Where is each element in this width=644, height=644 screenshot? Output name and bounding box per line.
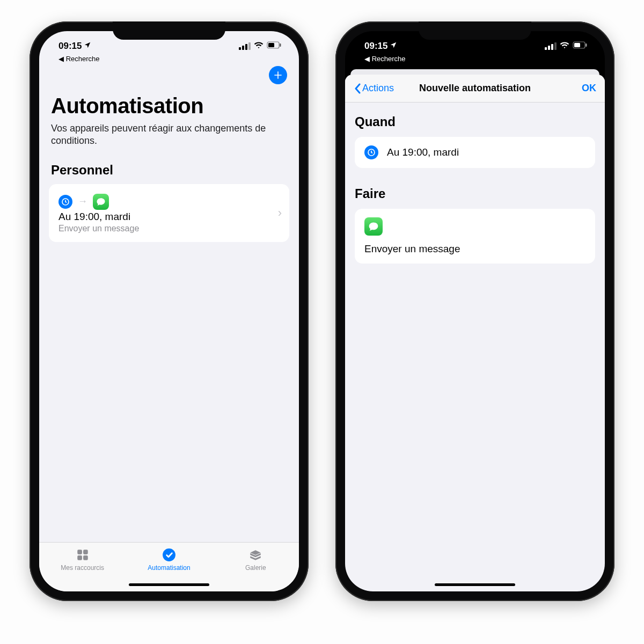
svg-point-8 [163,548,175,561]
phone-left: 09:15 ◀ Recherche A [30,21,309,601]
automation-item-title: Au 19:00, mardi [58,211,280,223]
back-label: Actions [362,83,394,94]
battery-icon [267,41,282,52]
modal-sheet: Actions Nouvelle automatisation OK Quand… [345,75,605,591]
section-header-personal: Personnel [39,148,299,184]
screen-right: 09:15 ◀ Recherche Ac [345,31,605,591]
tab-label: Automatisation [148,564,190,572]
svg-rect-7 [83,555,88,560]
do-text: Envoyer un message [364,243,460,255]
location-icon [84,41,91,52]
svg-rect-5 [83,550,88,554]
done-button[interactable]: OK [582,83,596,94]
chevron-right-icon: › [278,206,282,220]
automation-circle-icon [161,548,177,562]
page-subtitle: Vos appareils peuvent réagir aux changem… [39,122,299,148]
automation-item-subtitle: Envoyer un message [58,224,280,233]
svg-rect-1 [268,43,274,47]
location-icon [390,41,397,52]
home-indicator[interactable] [435,583,515,586]
wifi-icon [254,41,264,52]
automation-item[interactable]: → Au 19:00, mardi Envoyer un message › [49,184,289,242]
svg-rect-2 [280,43,281,47]
screen-left: 09:15 ◀ Recherche A [39,31,299,591]
tab-label: Galerie [245,564,266,572]
page-title: Automatisation [39,84,299,122]
back-button[interactable]: Actions [354,83,394,94]
add-automation-button[interactable] [269,66,287,84]
clock-icon [58,195,72,209]
gallery-icon [247,548,264,562]
when-text: Au 19:00, mardi [387,147,459,158]
phone-right: 09:15 ◀ Recherche Ac [335,21,614,601]
back-to-app[interactable]: ◀ Recherche [39,55,299,63]
grid-icon [75,548,91,562]
messages-icon [364,217,383,236]
notch [419,21,531,40]
tab-gallery[interactable]: Galerie [229,548,282,572]
svg-rect-10 [574,43,580,47]
status-time: 09:15 [364,41,387,52]
card-stack-behind [350,69,599,75]
nav-bar: Actions Nouvelle automatisation OK [345,75,605,103]
clock-icon [364,145,378,159]
home-indicator[interactable] [129,583,209,586]
signal-icon [545,42,557,50]
svg-rect-6 [77,555,82,560]
svg-rect-11 [586,43,587,47]
do-card[interactable]: Envoyer un message [355,209,595,264]
nav-title: Nouvelle automatisation [419,83,531,94]
tab-shortcuts[interactable]: Mes raccourcis [56,548,109,572]
back-to-app[interactable]: ◀ Recherche [345,55,605,63]
notch [113,21,225,40]
battery-icon [573,41,588,52]
svg-rect-4 [77,550,82,554]
when-card[interactable]: Au 19:00, mardi [355,137,595,168]
messages-icon [93,194,109,210]
tab-automation[interactable]: Automatisation [142,548,196,572]
signal-icon [239,42,251,50]
section-header-do: Faire [355,186,595,209]
wifi-icon [560,41,569,52]
tab-label: Mes raccourcis [61,564,104,572]
section-header-when: Quand [355,114,595,137]
status-time: 09:15 [58,41,82,52]
arrow-icon: → [78,196,87,207]
